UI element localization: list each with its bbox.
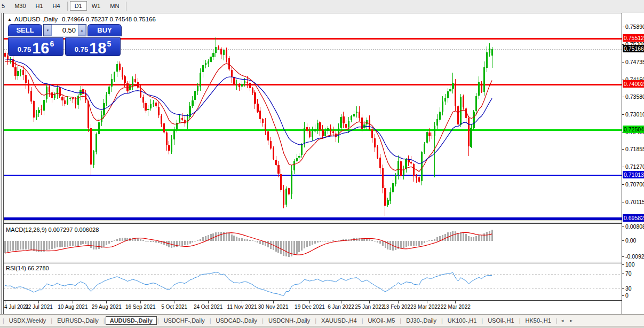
date-label: 25 Jan 2022 (355, 304, 384, 310)
axis-tick (622, 184, 624, 185)
date-label: 19 Dec 2021 (295, 304, 325, 310)
axis-tick (622, 114, 624, 115)
axis-tick (622, 167, 624, 167)
date-label: 24 Oct 2021 (194, 304, 222, 310)
ma-fast-line (5, 61, 492, 171)
collapse-panel-icon[interactable]: ▲ (7, 17, 12, 22)
tab-separator: | (51, 317, 52, 324)
axis-tick (622, 202, 624, 202)
chevron-down-icon: ▼ (46, 29, 50, 32)
tab-separator: | (210, 317, 211, 324)
chart-tab-audusd-daily[interactable]: AUDUSD-,Daily (106, 316, 157, 325)
axis-tick (622, 27, 624, 27)
buy-price-display[interactable]: 0.75185 (65, 37, 121, 56)
axis-tick (622, 227, 624, 227)
tab-separator: | (3, 317, 4, 324)
sell-price-sup: 6 (50, 40, 54, 48)
rsi-line (5, 272, 492, 296)
tab-separator: | (315, 317, 316, 324)
chart-tab-usoil-h1[interactable]: USOil-,H1 (483, 316, 519, 325)
rsi-tick-label: 70 (625, 270, 632, 277)
price-tick-label: 0.73580 (625, 93, 644, 100)
chart-tabs-bar: |USDX,Weekly|EURUSD-,Daily|AUDUSD-,Daily… (0, 314, 644, 326)
axis-tick (622, 288, 624, 289)
axis-tick (622, 264, 624, 265)
date-label: 13 Feb 2022 (383, 304, 413, 310)
rsi-tick-label: 30 (625, 285, 632, 292)
tab-separator: | (556, 317, 558, 324)
timeframe-button-m30[interactable]: M30 (10, 1, 30, 11)
volume-decrease-button[interactable]: ▼ (44, 25, 52, 36)
chart-tab-dj30-daily[interactable]: DJ30-,Daily (402, 316, 441, 325)
chart-tab-usdchf-daily[interactable]: USDCHF-,Daily (160, 316, 209, 325)
tab-separator: | (441, 317, 443, 324)
toolbar-separator (67, 2, 68, 11)
chart-tab-eurusd-daily[interactable]: EURUSD-,Daily (53, 316, 103, 325)
chart-tab-xauusd-h4[interactable]: XAUUSD-,H4 (317, 316, 361, 325)
sell-button[interactable]: SELL (8, 24, 42, 36)
chart-canvas (4, 13, 622, 315)
chart-tab-ukoil-m5[interactable]: UKOil-,M5 (364, 316, 400, 325)
chart-title: ▲AUDUSD-,Daily0.74966 0.75237 0.74548 0.… (7, 16, 156, 22)
price-level-badge: 0.75512 (623, 34, 644, 42)
rsi-label: RSI(14) 66.2780 (6, 265, 49, 271)
volume-input[interactable]: 0.50 (52, 25, 78, 36)
macd-tick-label: -0.00928 (625, 253, 644, 260)
tab-separator: | (362, 317, 363, 324)
timeframe-button-w1[interactable]: W1 (87, 1, 106, 11)
price-level-badge: 0.71013 (623, 171, 644, 178)
timeframe-button-d1[interactable]: D1 (70, 1, 87, 11)
price-level-badge: 0.74002 (623, 80, 644, 88)
buy-button[interactable]: BUY (88, 24, 122, 36)
date-label: 3 Mar 2022 (414, 304, 441, 310)
tab-separator: | (157, 317, 159, 324)
mt4-window: 5M30H1H4D1W1MN ▲AUDUSD-,Daily0.74966 0.7… (0, 0, 644, 328)
timeframe-toolbar: 5M30H1H4D1W1MN (0, 0, 644, 12)
window-bottom-edge (0, 326, 644, 328)
chart-tab-hk50-h1[interactable]: HK50-,H1 (521, 316, 555, 325)
sell-price-display[interactable]: 0.75166 (8, 37, 63, 56)
tab-separator: | (400, 317, 401, 324)
price-tick-label: 0.71855 (625, 146, 644, 152)
chart-ohlc-values: 0.74966 0.75237 0.74548 0.75166 (62, 16, 156, 22)
timeframe-button-mn[interactable]: MN (105, 1, 124, 11)
chart-symbol-label: AUDUSD-,Daily (14, 16, 58, 22)
rsi-tick-label: 0 (625, 292, 629, 299)
volume-increase-button[interactable]: ▲ (78, 25, 86, 36)
chart-tab-uk100-h1[interactable]: UK100-,H1 (443, 316, 481, 325)
timeframe-button-h4[interactable]: H4 (48, 1, 65, 11)
chart-area[interactable]: ▲AUDUSD-,Daily0.74966 0.75237 0.74548 0.… (4, 13, 622, 314)
macd-tick-label: 0.00 (625, 237, 636, 244)
toolbar-separator (126, 2, 126, 11)
chart-tab-usdx-weekly[interactable]: USDX,Weekly (5, 316, 50, 325)
timeframe-button-5[interactable]: 5 (0, 1, 10, 11)
price-tick-label: 0.74735 (625, 59, 644, 65)
date-label: 6 Jan 2022 (328, 304, 354, 310)
axis-tick (622, 295, 624, 296)
sell-price-prefix: 0.75 (18, 45, 31, 53)
date-label: 16 Sep 2021 (125, 304, 156, 310)
tabs-scroll-right-icon[interactable]: ▸ (570, 318, 573, 323)
date-label: 30 Nov 2021 (258, 304, 289, 310)
tab-separator: | (481, 317, 483, 324)
price-axis: 0.758900.753050.747350.741500.735800.730… (622, 13, 644, 314)
time-axis-ticks (5, 301, 456, 303)
date-label: 5 Oct 2021 (161, 304, 187, 310)
chart-tab-usdcnh-daily[interactable]: USDCNH-,Daily (264, 316, 314, 325)
pane-separator-macd-rsi[interactable] (4, 262, 622, 263)
chart-tab-usdcad-daily[interactable]: USDCAD-,Daily (211, 316, 261, 325)
price-level-badge: 0.72504 (623, 126, 644, 133)
pane-separator-price-macd[interactable] (4, 221, 622, 224)
timeframe-button-h1[interactable]: H1 (31, 1, 48, 11)
axis-tick (622, 62, 624, 63)
axis-tick (622, 149, 624, 150)
price-tick-label: 0.70700 (625, 181, 644, 188)
axis-tick (622, 274, 624, 274)
rsi-tick-label: 100 (625, 261, 635, 268)
tabs-scroll-left-icon[interactable]: ◂ (561, 318, 564, 323)
volume-control: ▼ 0.50 ▲ (43, 24, 86, 36)
horizontal-level-lines (4, 38, 622, 218)
price-tick-label: 0.73010 (625, 111, 644, 118)
axis-tick (622, 256, 624, 257)
candlestick-series (4, 37, 493, 215)
